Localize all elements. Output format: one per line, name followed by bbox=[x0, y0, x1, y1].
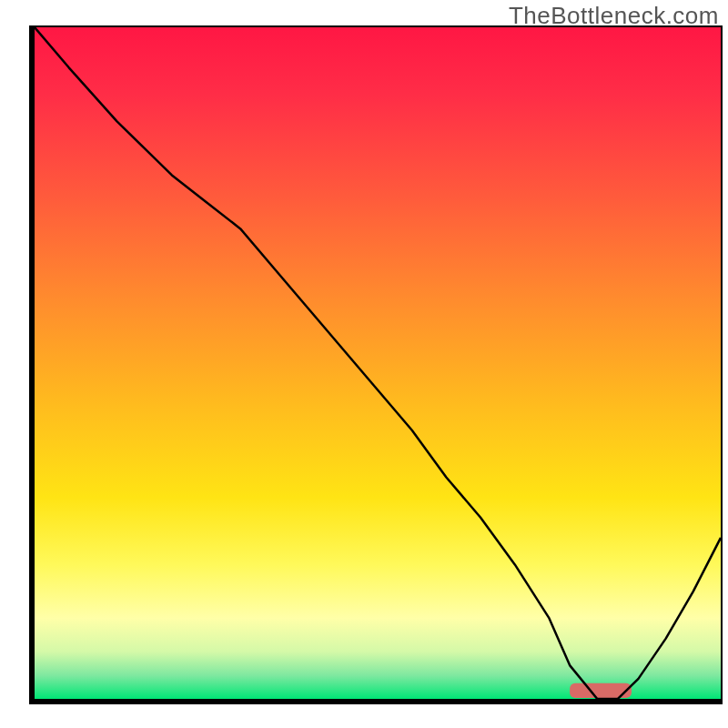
axis-frame bbox=[29, 699, 723, 704]
axis-frame bbox=[29, 25, 35, 704]
gradient-background bbox=[35, 27, 721, 699]
axis-frame bbox=[721, 25, 723, 699]
watermark-text: TheBottleneck.com bbox=[509, 2, 719, 30]
chart-container: TheBottleneck.com bbox=[0, 0, 728, 728]
bottleneck-chart bbox=[0, 0, 728, 728]
